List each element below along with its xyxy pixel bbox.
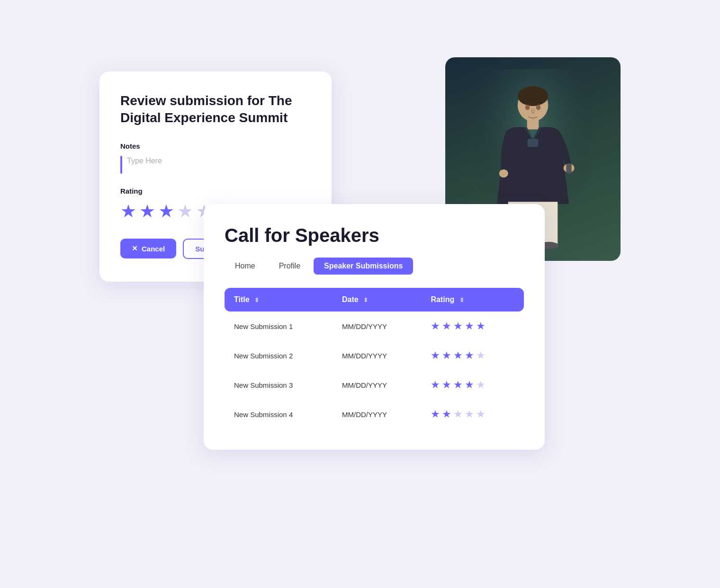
row-0-star-5[interactable]: ★	[476, 320, 486, 332]
table-row[interactable]: New Submission 1MM/DD/YYYY★★★★★	[225, 312, 524, 341]
table-header-row: Title ⇕ Date ⇕ Rating ⇕	[225, 288, 524, 312]
cell-rating: ★★★★★	[421, 341, 524, 370]
row-1-star-4[interactable]: ★	[465, 349, 474, 362]
date-sort-icon[interactable]: ⇕	[363, 297, 368, 303]
row-2-star-1[interactable]: ★	[431, 379, 440, 391]
table-row[interactable]: New Submission 3MM/DD/YYYY★★★★★	[225, 370, 524, 400]
column-date[interactable]: Date ⇕	[333, 288, 421, 312]
star-2[interactable]: ★	[139, 201, 155, 222]
notes-label: Notes	[120, 142, 311, 150]
cancel-button[interactable]: ✕ Cancel	[120, 239, 176, 258]
row-2-star-5[interactable]: ★	[476, 379, 486, 391]
title-sort-icon[interactable]: ⇕	[254, 297, 259, 303]
row-0-star-1[interactable]: ★	[431, 320, 440, 332]
rating-label: Rating	[120, 187, 311, 195]
rating-stars-row-2: ★★★★★	[431, 379, 514, 391]
navigation-tabs: Home Profile Speaker Submissions	[225, 258, 524, 275]
rating-sort-icon[interactable]: ⇕	[459, 297, 464, 303]
row-0-star-2[interactable]: ★	[442, 320, 451, 332]
column-title[interactable]: Title ⇕	[225, 288, 333, 312]
row-2-star-3[interactable]: ★	[453, 379, 463, 391]
star-1[interactable]: ★	[120, 201, 136, 222]
row-3-star-3[interactable]: ★	[453, 408, 463, 420]
row-2-star-2[interactable]: ★	[442, 379, 451, 391]
svg-point-11	[536, 105, 541, 110]
row-1-star-1[interactable]: ★	[431, 349, 440, 362]
cell-rating: ★★★★★	[421, 370, 524, 400]
svg-rect-6	[566, 164, 571, 174]
star-3[interactable]: ★	[158, 201, 174, 222]
row-0-star-3[interactable]: ★	[453, 320, 463, 332]
tab-profile[interactable]: Profile	[269, 258, 311, 275]
notes-placeholder: Type Here	[127, 155, 162, 165]
rating-stars-row-0: ★★★★★	[431, 320, 514, 332]
rating-stars-row-1: ★★★★★	[431, 349, 514, 362]
speakers-card: Call for Speakers Home Profile Speaker S…	[204, 204, 545, 450]
cell-title: New Submission 2	[225, 341, 333, 370]
row-3-star-4[interactable]: ★	[465, 408, 474, 420]
row-1-star-3[interactable]: ★	[453, 349, 463, 362]
row-3-star-2[interactable]: ★	[442, 408, 451, 420]
rating-stars-row-3: ★★★★★	[431, 408, 514, 420]
column-rating[interactable]: Rating ⇕	[421, 288, 524, 312]
cell-title: New Submission 3	[225, 370, 333, 400]
speakers-card-title: Call for Speakers	[225, 225, 524, 246]
submissions-table: Title ⇕ Date ⇕ Rating ⇕ New Submission 1…	[225, 288, 524, 429]
row-3-star-1[interactable]: ★	[431, 408, 440, 420]
cell-rating: ★★★★★	[421, 312, 524, 341]
cancel-x-icon: ✕	[132, 244, 138, 253]
review-card-title: Review submission for The Digital Experi…	[120, 92, 311, 127]
svg-rect-3	[527, 119, 539, 129]
table-row[interactable]: New Submission 4MM/DD/YYYY★★★★★	[225, 400, 524, 429]
cell-title: New Submission 4	[225, 400, 333, 429]
cell-date: MM/DD/YYYY	[333, 341, 421, 370]
svg-point-10	[525, 105, 530, 110]
cell-date: MM/DD/YYYY	[333, 370, 421, 400]
tab-speaker-submissions[interactable]: Speaker Submissions	[314, 258, 413, 275]
row-1-star-5[interactable]: ★	[476, 349, 486, 362]
table-row[interactable]: New Submission 2MM/DD/YYYY★★★★★	[225, 341, 524, 370]
row-0-star-4[interactable]: ★	[465, 320, 474, 332]
row-3-star-5[interactable]: ★	[476, 408, 486, 420]
notes-area: Type Here	[120, 155, 311, 174]
cell-title: New Submission 1	[225, 312, 333, 341]
svg-rect-4	[528, 139, 539, 147]
cancel-label: Cancel	[142, 245, 165, 253]
svg-point-2	[518, 86, 549, 106]
tab-home[interactable]: Home	[225, 258, 266, 275]
notes-bar-decoration	[120, 156, 122, 174]
row-2-star-4[interactable]: ★	[465, 379, 474, 391]
cell-date: MM/DD/YYYY	[333, 312, 421, 341]
row-1-star-2[interactable]: ★	[442, 349, 451, 362]
svg-point-7	[499, 169, 508, 178]
cell-rating: ★★★★★	[421, 400, 524, 429]
cell-date: MM/DD/YYYY	[333, 400, 421, 429]
star-4[interactable]: ★	[177, 201, 193, 222]
